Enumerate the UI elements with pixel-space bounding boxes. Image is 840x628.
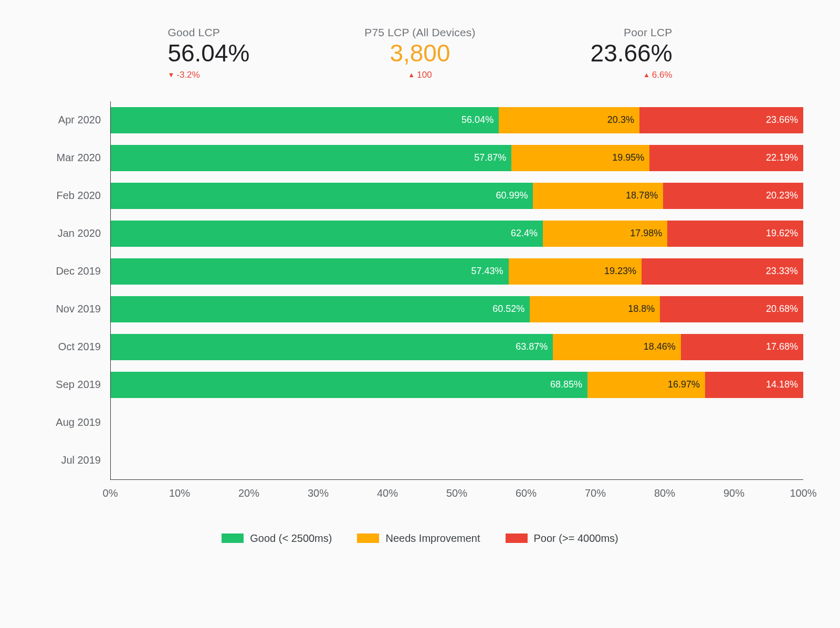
- bar-segment-needs-improvement: 19.95%: [511, 145, 649, 171]
- bar-row: [111, 404, 803, 442]
- bar-row: 62.4%17.98%19.62%: [111, 215, 803, 253]
- metric-label: Good LCP: [167, 26, 220, 39]
- chart-plot-area: 56.04%20.3%23.66%57.87%19.95%22.19%60.99…: [110, 101, 803, 480]
- metric-value: 3,800: [390, 40, 450, 67]
- metric-label: Poor LCP: [624, 26, 673, 39]
- x-axis-tick: 90%: [723, 487, 744, 499]
- bar-segment-good: 60.52%: [111, 296, 530, 322]
- x-axis-tick: 50%: [446, 487, 467, 499]
- x-axis: 0%10%20%30%40%50%60%70%80%90%100%: [37, 485, 803, 501]
- legend-label: Good (< 2500ms): [250, 532, 332, 545]
- bar-segment-poor: 20.68%: [660, 296, 803, 322]
- bar-segment-good: 56.04%: [111, 107, 499, 133]
- bar-segment-poor: 17.68%: [681, 334, 803, 360]
- bar-segment-needs-improvement: 19.23%: [509, 258, 642, 285]
- metric-delta-value: 6.6%: [652, 70, 673, 80]
- x-axis-tick: 0%: [103, 487, 118, 499]
- legend-item-poor: Poor (>= 4000ms): [506, 532, 618, 545]
- chart-legend: Good (< 2500ms) Needs Improvement Poor (…: [37, 532, 803, 545]
- bar-row: [111, 442, 803, 479]
- x-axis-tick: 70%: [585, 487, 606, 499]
- bar-segment-needs-improvement: 18.8%: [530, 296, 660, 322]
- bar-row: 68.85%16.97%14.18%: [111, 366, 803, 404]
- bar-segment-needs-improvement: 16.97%: [587, 372, 705, 398]
- x-axis-tick: 20%: [238, 487, 259, 499]
- bar-row: 60.52%18.8%20.68%: [111, 290, 803, 328]
- bar-segment-poor: 23.66%: [639, 107, 803, 133]
- bar-segment-poor: 14.18%: [705, 372, 803, 398]
- bar-segment-good: 68.85%: [111, 372, 587, 398]
- metric-label: P75 LCP (All Devices): [364, 26, 476, 39]
- bar-row: 57.87%19.95%22.19%: [111, 139, 803, 177]
- x-axis-tick: 80%: [654, 487, 675, 499]
- bar-segment-good: 60.99%: [111, 183, 533, 209]
- legend-swatch-good: [222, 533, 244, 543]
- metric-delta: ▲ 100: [408, 70, 432, 80]
- legend-item-good: Good (< 2500ms): [222, 532, 332, 545]
- bar-segment-needs-improvement: 17.98%: [543, 221, 667, 247]
- arrow-up-icon: ▲: [408, 71, 415, 78]
- metric-delta: ▲ 6.6%: [643, 70, 673, 80]
- bar-segment-needs-improvement: 20.3%: [499, 107, 639, 133]
- metric-delta-value: -3.2%: [176, 70, 200, 80]
- y-axis-label: Sep 2019: [37, 366, 110, 404]
- bar-segment-needs-improvement: 18.78%: [533, 183, 663, 209]
- y-axis-label: Jan 2020: [37, 215, 110, 253]
- bar-segment-needs-improvement: 18.46%: [553, 334, 680, 360]
- bar-segment-good: 63.87%: [111, 334, 553, 360]
- bar-segment-poor: 20.23%: [663, 183, 803, 209]
- x-axis-tick: 40%: [377, 487, 398, 499]
- y-axis-label: Oct 2019: [37, 328, 110, 366]
- legend-label: Poor (>= 4000ms): [534, 532, 618, 545]
- x-axis-tick: 100%: [790, 487, 816, 499]
- metrics-header: Good LCP 56.04% ▼ -3.2% P75 LCP (All Dev…: [37, 26, 803, 96]
- metric-poor-lcp: Poor LCP 23.66% ▲ 6.6%: [591, 26, 673, 80]
- legend-swatch-poor: [506, 533, 528, 543]
- x-axis-tick: 60%: [516, 487, 537, 499]
- y-axis-label: Jul 2019: [37, 442, 110, 479]
- legend-item-needs-improvement: Needs Improvement: [357, 532, 480, 545]
- bar-segment-good: 57.43%: [111, 258, 509, 285]
- legend-label: Needs Improvement: [385, 532, 480, 545]
- bar-segment-poor: 19.62%: [667, 221, 803, 247]
- metric-delta: ▼ -3.2%: [167, 70, 200, 80]
- y-axis-labels: Apr 2020Mar 2020Feb 2020Jan 2020Dec 2019…: [37, 101, 110, 480]
- stacked-bar-chart: Apr 2020Mar 2020Feb 2020Jan 2020Dec 2019…: [37, 96, 803, 480]
- y-axis-label: Mar 2020: [37, 139, 110, 177]
- x-axis-tick: 10%: [169, 487, 190, 499]
- arrow-up-icon: ▲: [643, 71, 650, 78]
- x-axis-tick: 30%: [308, 487, 329, 499]
- bar-segment-poor: 23.33%: [642, 258, 803, 285]
- metric-delta-value: 100: [417, 70, 432, 80]
- y-axis-label: Dec 2019: [37, 253, 110, 290]
- legend-swatch-needs-improvement: [357, 533, 379, 543]
- bar-row: 57.43%19.23%23.33%: [111, 253, 803, 290]
- metric-value: 23.66%: [591, 40, 673, 67]
- y-axis-label: Aug 2019: [37, 404, 110, 442]
- bar-segment-good: 57.87%: [111, 145, 511, 171]
- bar-row: 60.99%18.78%20.23%: [111, 177, 803, 215]
- y-axis-label: Apr 2020: [37, 101, 110, 139]
- y-axis-label: Nov 2019: [37, 290, 110, 328]
- bar-segment-poor: 22.19%: [649, 145, 803, 171]
- metric-p75-lcp: P75 LCP (All Devices) 3,800 ▲ 100: [364, 26, 476, 80]
- bar-row: 63.87%18.46%17.68%: [111, 328, 803, 366]
- bar-row: 56.04%20.3%23.66%: [111, 101, 803, 139]
- y-axis-label: Feb 2020: [37, 177, 110, 215]
- arrow-down-icon: ▼: [167, 71, 174, 78]
- bar-segment-good: 62.4%: [111, 221, 543, 247]
- x-axis-ticks: 0%10%20%30%40%50%60%70%80%90%100%: [110, 485, 803, 501]
- metric-good-lcp: Good LCP 56.04% ▼ -3.2%: [167, 26, 249, 80]
- metric-value: 56.04%: [167, 40, 249, 67]
